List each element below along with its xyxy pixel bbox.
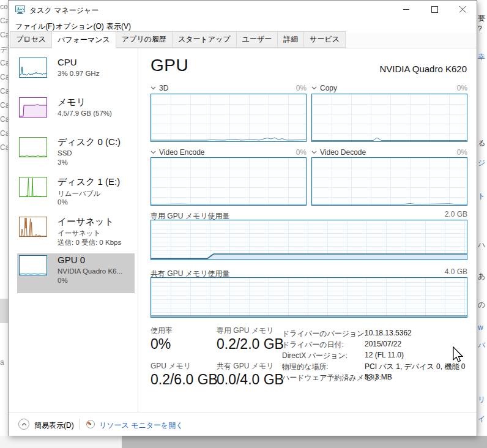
background-text-fragment: デ (0, 45, 7, 55)
chevron-up-icon (21, 422, 27, 426)
background-text-fragment: 要 (478, 13, 485, 24)
shared-memory-chart (151, 277, 467, 318)
memory-chart-label: 共有 GPU メモリ使用量 (151, 269, 230, 278)
sidebar-item-memory[interactable]: メモリ 4.5/7.9 GB (57%) (17, 95, 135, 134)
background-text-fragment: a (0, 358, 4, 367)
tab-app-history[interactable]: アプリの履歴 (116, 31, 173, 48)
resource-monitor-icon (86, 419, 95, 429)
sidebar-item-disk0[interactable]: ディスク 0 (C:) SSD 3% (17, 135, 135, 174)
stat-label-shared-memory: 共有 GPU メモリ (217, 361, 274, 371)
mouse-cursor (451, 346, 464, 364)
chart-video-decode (311, 157, 467, 206)
background-text-fragment: Ca (0, 31, 8, 39)
chart-label: Video Decode (320, 148, 366, 157)
sidebar-item-sub: 3% 0.97 GHz (58, 70, 99, 77)
disk1-mini-chart (19, 177, 47, 197)
chevron-down-icon[interactable] (311, 86, 317, 90)
menu-view[interactable]: 表示(V) (106, 21, 131, 32)
task-manager-window: タスク マネージャー ファイル(F) オプション(O) 表示(V) プロセス パ… (8, 0, 477, 436)
gpu0-mini-chart (19, 255, 47, 275)
stat-value-shared-memory: 0.0/4.0 GB (217, 371, 284, 388)
chevron-down-icon[interactable] (311, 151, 317, 154)
background-text-fragment: Ca (0, 143, 8, 152)
sidebar-item-title: ディスク 0 (C:) (58, 136, 121, 148)
chart-label: Video Encode (159, 148, 205, 157)
chart-label: Copy (320, 84, 337, 92)
background-text-fragment: Ca (0, 87, 8, 95)
chart-label: 3D (159, 84, 168, 92)
background-text-fragment: バ (478, 340, 485, 351)
stat-label-gpu-memory: GPU メモリ (151, 361, 191, 371)
page-title: GPU (151, 56, 188, 75)
background-text-fragment: あ (478, 271, 485, 282)
background-text-fragment: co (0, 2, 8, 11)
memory-chart-scale: 2.0 GB (445, 210, 467, 218)
window-title: タスク マネージャー (29, 6, 99, 16)
open-resource-monitor-link[interactable]: リソース モニターを開く (99, 420, 184, 431)
stat-value-utilization: 0% (151, 336, 171, 353)
background-taskbar-fragment (122, 436, 487, 448)
stat-value-gpu-memory: 0.2/6.0 GB (151, 371, 218, 388)
sidebar-item-title: CPU (58, 57, 77, 67)
background-text-fragment: w (478, 323, 483, 332)
simple-view-button[interactable] (18, 419, 29, 430)
chart-copy (311, 94, 467, 142)
cpu-mini-chart (19, 58, 47, 78)
background-text-fragment: ジ (478, 158, 485, 168)
footer-bar: 簡易表示(D) リソース モニターを開く (9, 412, 477, 436)
memory-chart-label: 専用 GPU メモリ使用量 (151, 212, 230, 220)
chevron-down-icon[interactable] (151, 151, 156, 154)
ethernet-mini-chart (19, 217, 47, 237)
sidebar-item-sub2: 送信: 0 受信: 0 Kbps (58, 238, 121, 247)
gpu-device-name: NVIDIA Quadro K620 (379, 64, 467, 74)
chevron-down-icon[interactable] (151, 86, 156, 90)
background-text-fragment: Ca (0, 17, 8, 25)
sidebar-item-sub: イーサネット (58, 229, 100, 238)
dedicated-memory-header: 専用 GPU メモリ使用量 2.0 GB (151, 210, 467, 219)
tab-processes[interactable]: プロセス (10, 31, 52, 48)
chart-percent: 0% (296, 148, 307, 157)
minimize-button[interactable] (393, 1, 420, 18)
background-left-strip: coCaCaデCaCaCaCaCaCaCaa (0, 0, 8, 448)
detail-value-physical-location: PCI バス 1, デバイス 0, 機能 0 (365, 362, 465, 372)
background-right-strip: 要?幸るジトハあのwバリイ (478, 0, 487, 448)
tab-users[interactable]: ユーザー (236, 31, 278, 48)
background-text-fragment: ? (478, 24, 482, 33)
stat-value-dedicated-memory: 0.2/2.0 GB (217, 336, 284, 353)
sidebar-divider (138, 48, 138, 412)
sidebar-item-sub2: 3% (58, 159, 68, 166)
detail-label-driver-date: ドライバーの日付: (282, 340, 344, 350)
detail-value-hw-reserved-memory: 53.3 MB (365, 373, 392, 381)
tab-details[interactable]: 詳細 (277, 31, 304, 48)
simple-view-label[interactable]: 簡易表示(D) (34, 420, 74, 431)
detail-label-directx-version: DirectX バージョン: (282, 351, 348, 361)
tab-services[interactable]: サービス (303, 31, 346, 48)
background-text-fragment: Ca (0, 59, 8, 67)
tab-startup[interactable]: スタートアップ (172, 31, 237, 48)
sidebar-item-sub: 4.5/7.9 GB (57%) (58, 110, 112, 117)
background-text-fragment: イ (478, 414, 485, 424)
tab-performance[interactable]: パフォーマンス (51, 31, 116, 48)
sidebar-item-disk1[interactable]: ディスク 1 (E:) リムーバブル 0% (17, 175, 135, 214)
sidebar-item-gpu0[interactable]: GPU 0 NVIDIA Quadro K6... 0% (17, 253, 135, 293)
detail-value-driver-version: 10.18.13.5362 (365, 329, 412, 337)
menu-options[interactable]: オプション(O) (56, 21, 104, 32)
chart-3d (151, 94, 307, 142)
close-button[interactable] (449, 1, 477, 18)
background-text-fragment: ハ (478, 240, 485, 250)
background-text-fragment: る (478, 138, 485, 149)
detail-value-driver-date: 2015/07/22 (365, 340, 401, 348)
chart-percent: 0% (457, 84, 467, 92)
background-text-fragment: リ (478, 395, 485, 405)
detail-label-physical-location: 物理的な場所: (282, 362, 329, 372)
chart-percent: 0% (296, 84, 307, 92)
sidebar-item-cpu[interactable]: CPU 3% 0.97 GHz (17, 56, 135, 94)
sidebar-item-ethernet[interactable]: イーサネット イーサネット 送信: 0 受信: 0 Kbps (17, 215, 135, 253)
sidebar-item-sub: リムーバブル (58, 189, 100, 198)
sidebar-item-title: イーサネット (58, 216, 114, 228)
background-text-fragment: 幸 (478, 52, 485, 62)
maximize-button[interactable] (421, 1, 448, 18)
menu-file[interactable]: ファイル(F) (15, 21, 54, 32)
title-bar[interactable]: タスク マネージャー (9, 1, 477, 19)
chart-percent: 0% (457, 148, 467, 157)
